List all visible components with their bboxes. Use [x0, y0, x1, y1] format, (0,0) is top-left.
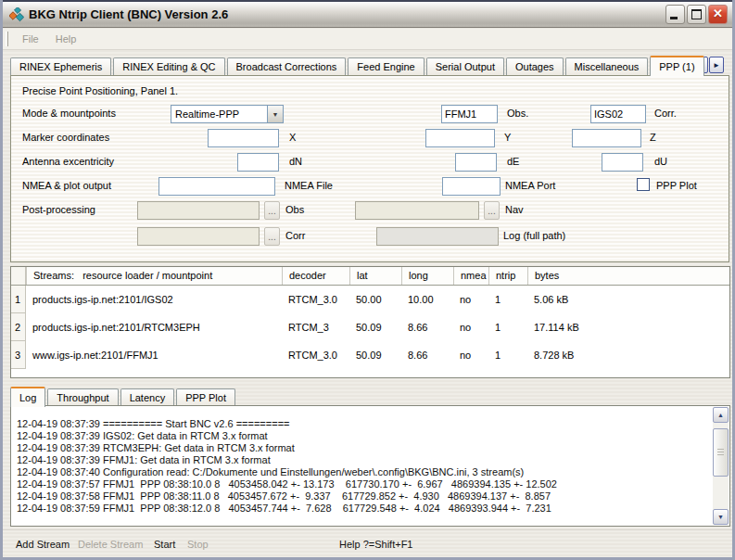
antenna-dn-input[interactable] — [237, 153, 279, 172]
tab-throughput[interactable]: Throughput — [47, 388, 118, 406]
nmea-plot-output-label: NMEA & plot output — [22, 180, 111, 191]
window-title: BKG Ntrip Client (BNC) Version 2.6 — [29, 7, 228, 21]
y-label: Y — [504, 132, 511, 143]
marker-x-input[interactable] — [208, 129, 279, 147]
help-shortcut-button[interactable]: Help ?=Shift+F1 — [339, 539, 413, 550]
tab-broadcast-corrections[interactable]: Broadcast Corrections — [227, 57, 347, 75]
row-number: 1 — [11, 286, 26, 313]
post-corr-label: Corr — [285, 230, 305, 241]
scrollbar-thumb[interactable] — [713, 428, 729, 477]
post-corr-browse-button[interactable]: ... — [264, 227, 280, 246]
post-processing-label: Post-processing — [22, 204, 95, 215]
cell-long: 8.66 — [401, 350, 453, 361]
cell-decoder: RTCM_3 — [282, 322, 349, 333]
header-corner — [11, 267, 26, 285]
log-line: 12-04-19 08:37:39 IGS02: Get data in RTC… — [17, 430, 706, 442]
table-row[interactable]: 2 products.igs-ip.net:2101/RTCM3EPH RTCM… — [11, 313, 729, 341]
window-controls: ✕ — [665, 5, 728, 24]
header-streams: Streams: resource loader / mountpoint — [26, 267, 282, 285]
post-log-label: Log (full path) — [503, 230, 565, 241]
nmea-port-input[interactable] — [442, 177, 501, 196]
antenna-de-input[interactable] — [455, 153, 497, 172]
nmea-file-label: NMEA File — [285, 180, 333, 191]
post-obs-label: Obs — [285, 204, 304, 215]
chevron-down-icon: ▼ — [272, 111, 279, 118]
cell-lat: 50.09 — [349, 322, 401, 333]
cell-long: 10.00 — [401, 294, 453, 305]
cell-nmea: no — [453, 294, 488, 305]
scroll-up-button[interactable]: ▲ — [713, 407, 729, 423]
cell-resource: www.igs-ip.net:2101/FFMJ1 — [26, 350, 282, 361]
scroll-down-button[interactable]: ▼ — [713, 509, 729, 525]
add-stream-button[interactable]: Add Stream — [16, 539, 70, 550]
cell-bytes: 5.06 kB — [527, 294, 729, 305]
tab-rinex-ephemeris[interactable]: RINEX Ephemeris — [10, 57, 111, 75]
cell-nmea: no — [453, 350, 488, 361]
header-lat: lat — [349, 267, 401, 285]
tab-log[interactable]: Log — [10, 387, 45, 407]
mode-combobox[interactable]: Realtime-PPP ▼ — [171, 105, 284, 123]
chevron-down-icon: ▼ — [717, 514, 724, 520]
de-label: dE — [507, 156, 519, 167]
maximize-button[interactable] — [687, 5, 706, 24]
combo-dropdown-button[interactable]: ▼ — [267, 106, 283, 122]
tab-ppp-1[interactable]: PPP (1) — [650, 56, 703, 76]
cell-ntrip: 1 — [488, 350, 527, 361]
streams-table: Streams: resource loader / mountpoint de… — [10, 266, 730, 378]
menu-help[interactable]: Help — [47, 31, 85, 47]
log-line: 12-04-19 08:37:39 ========== Start BNC v… — [17, 418, 706, 430]
obs-mountpoint-input[interactable] — [441, 105, 498, 123]
chevron-up-icon: ▲ — [717, 412, 724, 418]
start-button[interactable]: Start — [154, 539, 175, 550]
main-tab-bar: RINEX Ephemeris RINEX Editing & QC Broad… — [10, 56, 724, 75]
post-nav-browse-button[interactable]: ... — [484, 201, 500, 220]
tab-serial-output[interactable]: Serial Output — [426, 57, 504, 75]
panel-caption: Precise Point Positioning, Panel 1. — [22, 85, 178, 96]
log-scrollbar[interactable]: ▲ ▼ — [713, 407, 729, 525]
minimize-icon — [670, 17, 678, 19]
row-number: 2 — [11, 313, 26, 341]
delete-stream-button: Delete Stream — [78, 539, 143, 550]
menu-file[interactable]: File — [14, 31, 47, 47]
table-row[interactable]: 1 products.igs-ip.net:2101/IGS02 RTCM_3.… — [11, 286, 729, 313]
log-pane: 12-04-19 08:37:39 ========== Start BNC v… — [10, 405, 730, 527]
stop-button: Stop — [187, 539, 209, 550]
tab-rinex-editing-qc[interactable]: RINEX Editing & QC — [113, 57, 224, 75]
row-number: 3 — [11, 341, 26, 369]
x-label: X — [289, 132, 296, 143]
post-obs-browse-button[interactable]: ... — [264, 201, 280, 220]
cell-ntrip: 1 — [488, 294, 527, 305]
chevron-right-icon: ► — [713, 61, 720, 70]
titlebar: BKG Ntrip Client (BNC) Version 2.6 ✕ — [3, 0, 732, 28]
tab-latency[interactable]: Latency — [120, 388, 175, 406]
maximize-icon — [691, 9, 702, 19]
tab-outages[interactable]: Outages — [506, 57, 564, 75]
cell-nmea: no — [453, 322, 488, 333]
post-corr-input — [137, 227, 260, 246]
cell-ntrip: 1 — [488, 322, 527, 333]
header-bytes: bytes — [527, 267, 729, 285]
table-row[interactable]: 3 www.igs-ip.net:2101/FFMJ1 RTCM_3.0 50.… — [11, 341, 729, 369]
post-nav-input — [355, 201, 479, 220]
close-button[interactable]: ✕ — [708, 5, 728, 24]
cell-lat: 50.00 — [349, 294, 401, 305]
tab-scroll-right-button[interactable]: ► — [709, 57, 724, 73]
ppp-plot-checkbox[interactable] — [637, 178, 650, 191]
header-long: long — [401, 267, 453, 285]
antenna-du-input[interactable] — [602, 153, 643, 172]
minimize-button[interactable] — [665, 5, 685, 24]
header-decoder: decoder — [282, 267, 349, 285]
tab-ppp-plot[interactable]: PPP Plot — [176, 388, 235, 406]
ppp-panel: Precise Point Positioning, Panel 1. Mode… — [10, 75, 729, 262]
nmea-file-input[interactable] — [158, 177, 275, 196]
tab-miscellaneous[interactable]: Miscellaneous — [565, 57, 649, 75]
tab-feed-engine[interactable]: Feed Engine — [348, 57, 424, 75]
cell-bytes: 17.114 kB — [527, 322, 729, 333]
marker-z-input[interactable] — [572, 129, 641, 147]
dn-label: dN — [289, 156, 302, 167]
cell-decoder: RTCM_3.0 — [282, 294, 349, 305]
marker-y-input[interactable] — [425, 129, 495, 147]
log-text-area: 12-04-19 08:37:39 ========== Start BNC v… — [11, 406, 712, 526]
z-label: Z — [650, 132, 656, 143]
corr-mountpoint-input[interactable] — [590, 105, 646, 123]
